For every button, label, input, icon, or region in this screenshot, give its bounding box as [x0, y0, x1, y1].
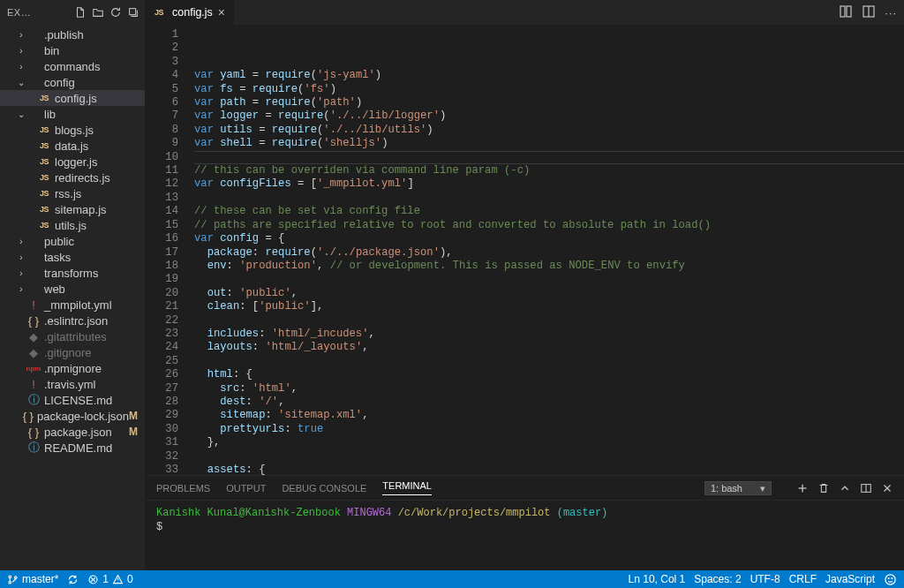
- file-README.md[interactable]: ⓘREADME.md: [0, 440, 145, 456]
- code-content[interactable]: var yaml = require('js-yaml')var fs = re…: [194, 25, 904, 475]
- status-problems[interactable]: 1 0: [87, 573, 132, 585]
- status-feedback-icon[interactable]: [884, 573, 897, 586]
- file-config.js[interactable]: JSconfig.js: [0, 90, 145, 106]
- panel-tab-debug-console[interactable]: DEBUG CONSOLE: [282, 483, 366, 494]
- file-.eslintrc.json[interactable]: { }.eslintrc.json: [0, 313, 145, 328]
- code-line: sitemap: 'sitemap.xml',: [194, 409, 904, 422]
- folder-lib[interactable]: ⌄lib: [0, 106, 145, 122]
- tree-label: redirects.js: [55, 171, 145, 185]
- folder-web[interactable]: ›web: [0, 281, 145, 297]
- file-LICENSE.md[interactable]: ⓘLICENSE.md: [0, 392, 145, 408]
- tree-label: .publish: [44, 28, 145, 41]
- status-lang[interactable]: JavaScript: [825, 573, 875, 585]
- code-line: // these can be set via config file: [194, 205, 904, 218]
- folder-.publish[interactable]: ›.publish: [0, 26, 145, 42]
- tree-label: tasks: [44, 251, 145, 264]
- chevron-icon: ⌄: [16, 109, 26, 119]
- code-editor[interactable]: 1234567891011121314151617181920212223242…: [146, 25, 904, 475]
- js-icon: JS: [37, 141, 51, 150]
- trash-icon[interactable]: [817, 482, 830, 494]
- tree-label: config.js: [55, 92, 145, 105]
- status-sync[interactable]: [67, 574, 79, 585]
- panel-tab-problems[interactable]: PROBLEMS: [156, 483, 210, 494]
- svg-point-19: [885, 574, 895, 584]
- file-.travis.yml[interactable]: !.travis.yml: [0, 376, 145, 392]
- new-file-icon[interactable]: [72, 4, 88, 20]
- file-utils.js[interactable]: JSutils.js: [0, 217, 145, 233]
- close-panel-icon[interactable]: [881, 482, 893, 494]
- refresh-icon[interactable]: [108, 4, 124, 20]
- js-icon: JS: [37, 189, 51, 198]
- bottom-panel: PROBLEMSOUTPUTDEBUG CONSOLETERMINAL 1: b…: [146, 475, 904, 570]
- code-line: includes: 'html/_incudes',: [194, 328, 904, 341]
- folder-transforms[interactable]: ›transforms: [0, 265, 145, 281]
- status-spaces[interactable]: Spaces: 2: [694, 573, 741, 585]
- tab-bar: JS config.js × ···: [146, 0, 904, 25]
- tree-label: web: [44, 283, 145, 296]
- tab-config-js[interactable]: JS config.js ×: [146, 0, 235, 25]
- js-icon: JS: [37, 125, 51, 134]
- modified-badge: M: [129, 410, 145, 422]
- svg-point-21: [892, 577, 893, 578]
- tree-label: .npmignore: [44, 362, 145, 375]
- explorer-header: EX…: [0, 0, 145, 25]
- tree-label: .eslintrc.json: [44, 314, 145, 328]
- panel-tab-bar: PROBLEMSOUTPUTDEBUG CONSOLETERMINAL 1: b…: [146, 476, 904, 501]
- status-branch[interactable]: master*: [7, 573, 58, 585]
- file-logger.js[interactable]: JSlogger.js: [0, 154, 145, 170]
- folder-tasks[interactable]: ›tasks: [0, 249, 145, 265]
- code-line: layouts: 'html/_layouts',: [194, 341, 904, 354]
- new-folder-icon[interactable]: [90, 4, 106, 20]
- json-icon: { }: [26, 426, 41, 439]
- status-encoding[interactable]: UTF-8: [750, 573, 780, 585]
- panel-tab-output[interactable]: OUTPUT: [226, 483, 266, 494]
- code-line: [194, 314, 904, 328]
- git-icon: ◆: [26, 330, 41, 343]
- file-.npmignore[interactable]: npm.npmignore: [0, 360, 145, 376]
- js-icon: JS: [154, 8, 167, 17]
- panel-tab-terminal[interactable]: TERMINAL: [382, 480, 432, 495]
- split-diff-icon[interactable]: [839, 4, 853, 21]
- tab-more-icon[interactable]: ···: [885, 6, 897, 19]
- split-terminal-icon[interactable]: [860, 482, 872, 494]
- file-.gitattributes[interactable]: ◆.gitattributes: [0, 328, 145, 344]
- new-terminal-icon[interactable]: [796, 482, 809, 494]
- terminal-selector[interactable]: 1: bash: [704, 481, 772, 495]
- file-.gitignore[interactable]: ◆.gitignore: [0, 344, 145, 360]
- tree-label: _mmpilot.yml: [44, 298, 145, 312]
- terminal-body[interactable]: Kanishk Kunal@Kanishk-Zenbook MINGW64 /c…: [146, 501, 904, 570]
- tree-label: lib: [44, 108, 145, 121]
- file-package-lock.json[interactable]: { }package-lock.jsonM: [0, 408, 145, 424]
- file-rss.js[interactable]: JSrss.js: [0, 185, 145, 201]
- file-blogs.js[interactable]: JSblogs.js: [0, 122, 145, 138]
- tree-label: transforms: [44, 267, 145, 280]
- svg-rect-2: [847, 6, 851, 17]
- file-package.json[interactable]: { }package.jsonM: [0, 424, 145, 440]
- tree-label: .gitignore: [44, 346, 145, 359]
- code-line: assets: {: [194, 464, 904, 475]
- code-line: var utils = require('./../lib/utils'): [194, 124, 904, 137]
- file-redirects.js[interactable]: JSredirects.js: [0, 170, 145, 185]
- folder-config[interactable]: ⌄config: [0, 74, 145, 90]
- status-eol[interactable]: CRLF: [789, 573, 817, 585]
- chevron-up-icon[interactable]: [839, 482, 851, 494]
- folder-bin[interactable]: ›bin: [0, 42, 145, 58]
- json-icon: { }: [26, 314, 41, 328]
- close-icon[interactable]: ×: [218, 5, 225, 19]
- code-line: [194, 273, 904, 286]
- file-sitemap.js[interactable]: JSsitemap.js: [0, 201, 145, 217]
- tree-label: public: [44, 235, 145, 248]
- folder-public[interactable]: ›public: [0, 233, 145, 249]
- folder-commands[interactable]: ›commands: [0, 58, 145, 74]
- tree-label: commands: [44, 60, 145, 73]
- status-lncol[interactable]: Ln 10, Col 1: [629, 573, 686, 585]
- file-_mmpilot.yml[interactable]: !_mmpilot.yml: [0, 297, 145, 313]
- code-line: src: 'html',: [194, 382, 904, 396]
- code-line: prettyurls: true: [194, 423, 904, 436]
- split-editor-icon[interactable]: [862, 4, 876, 21]
- yml-icon: !: [26, 298, 41, 312]
- collapse-all-icon[interactable]: [125, 4, 141, 20]
- code-line: [194, 151, 904, 164]
- file-data.js[interactable]: JSdata.js: [0, 138, 145, 154]
- code-line: [194, 355, 904, 368]
